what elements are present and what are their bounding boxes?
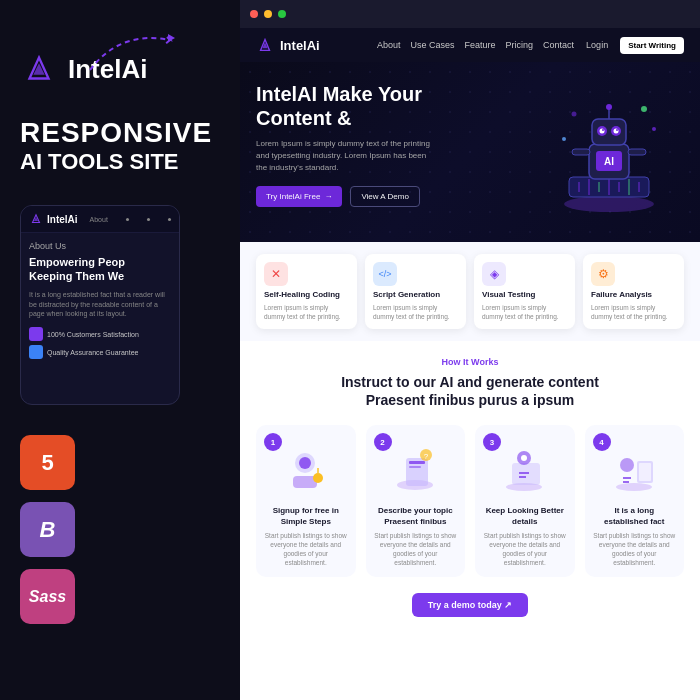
brand-tagline: RESPONSIVE AI TOOLS SITE	[20, 118, 220, 175]
mobile-stat-text-1: 100% Customers Satisfaction	[47, 330, 139, 339]
svg-rect-41	[409, 461, 425, 464]
try-free-button[interactable]: Try IntelAi Free →	[256, 186, 342, 207]
step-title-2: Describe your topic Praesent finibus	[374, 506, 458, 527]
nav-usecases[interactable]: Use Cases	[411, 40, 455, 50]
svg-point-32	[562, 137, 566, 141]
feature-title-3: Visual Testing	[482, 290, 567, 300]
how-it-works-section: How It Works Instruct to our AI and gene…	[240, 341, 700, 634]
svg-text:?: ?	[424, 452, 429, 461]
browser-chrome	[240, 0, 700, 28]
feature-card-4: ⚙ Failure Analysis Lorem ipsum is simply…	[583, 254, 684, 329]
dashed-arrow-icon	[80, 20, 200, 80]
feature-cards: ✕ Self-Healing Coding Lorem ipsum is sim…	[240, 242, 700, 341]
feature-desc-1: Lorem ipsum is simply dummy text of the …	[264, 303, 349, 321]
section-title-line1: Instruct to our AI and generate content	[341, 374, 599, 390]
mobile-nav-about: About	[90, 216, 108, 223]
bootstrap-icon: B	[20, 502, 75, 557]
svg-point-33	[572, 112, 577, 117]
hero-title: IntelAI Make YourContent &	[256, 82, 524, 130]
feature-desc-4: Lorem ipsum is simply dummy text of the …	[591, 303, 676, 321]
nav-contact[interactable]: Contact	[543, 40, 574, 50]
svg-point-54	[620, 458, 634, 472]
step-illustration-2: ?	[385, 443, 445, 498]
mobile-para: It is a long established fact that a rea…	[29, 290, 171, 319]
tech-icons: 5 B Sass	[20, 435, 220, 624]
step-desc-3: Start publish listings to show everyone …	[483, 531, 567, 567]
step-title-4: It is a long established fact	[593, 506, 677, 527]
right-panel: IntelAi About Use Cases Feature Pricing …	[240, 0, 700, 700]
demo-button[interactable]: Try a demo today ↗	[412, 593, 529, 617]
view-demo-label: View A Demo	[361, 192, 408, 201]
nav-links[interactable]: About Use Cases Feature Pricing Contact	[377, 40, 574, 50]
hero-section: IntelAI Make YourContent & Lorem Ipsum i…	[240, 62, 700, 242]
svg-point-51	[616, 483, 652, 491]
browser-dot-red	[250, 10, 258, 18]
browser-dot-green	[278, 10, 286, 18]
website-nav: IntelAi About Use Cases Feature Pricing …	[240, 28, 700, 62]
mobile-about-label: About Us	[29, 241, 171, 251]
feature-icon-1: ✕	[264, 262, 288, 286]
mobile-logo-text: IntelAi	[47, 214, 78, 225]
feature-desc-2: Lorem ipsum is simply dummy text of the …	[373, 303, 458, 321]
html5-icon: 5	[20, 435, 75, 490]
svg-point-27	[606, 104, 612, 110]
feature-title-1: Self-Healing Coding	[264, 290, 349, 300]
step-title-1: Signup for free in Simple Steps	[264, 506, 348, 527]
step-desc-1: Start publish listings to show everyone …	[264, 531, 348, 567]
svg-rect-53	[639, 463, 651, 481]
feature-icon-2: </>	[373, 262, 397, 286]
feature-title-4: Failure Analysis	[591, 290, 676, 300]
steps-grid: 1 Signup for free in Simple Steps Start …	[256, 425, 684, 577]
nav-logo: IntelAi	[256, 36, 320, 54]
hero-title-text: IntelAI Make YourContent &	[256, 83, 422, 129]
svg-rect-19	[592, 119, 626, 145]
hero-buttons: Try IntelAi Free → View A Demo	[256, 186, 524, 207]
mobile-stat-icon-2	[29, 345, 43, 359]
feature-card-2: </> Script Generation Lorem ipsum is sim…	[365, 254, 466, 329]
feature-card-3: ◈ Visual Testing Lorem ipsum is simply d…	[474, 254, 575, 329]
mobile-header: IntelAi About	[21, 206, 179, 233]
step-illustration-3	[495, 443, 555, 498]
feature-desc-3: Lorem ipsum is simply dummy text of the …	[482, 303, 567, 321]
hero-image: AI	[534, 82, 684, 226]
nav-login[interactable]: Login	[586, 40, 608, 50]
svg-point-22	[600, 129, 605, 134]
feature-icon-4: ⚙	[591, 262, 615, 286]
step-illustration-1	[276, 443, 336, 498]
svg-rect-28	[572, 149, 590, 155]
nav-logo-text: IntelAi	[280, 38, 320, 53]
nav-cta[interactable]: Start Writing	[620, 37, 684, 54]
nav-feature[interactable]: Feature	[465, 40, 496, 50]
step-illustration-4	[604, 443, 664, 498]
hero-text: IntelAI Make YourContent & Lorem Ipsum i…	[256, 82, 524, 226]
browser-dot-yellow	[264, 10, 272, 18]
step-number-4: 4	[593, 433, 611, 451]
mobile-stat-text-2: Quality Assurance Guarantee	[47, 348, 138, 357]
view-demo-button[interactable]: View A Demo	[350, 186, 419, 207]
mobile-logo: IntelAi	[29, 212, 78, 226]
arrow-right-icon: →	[324, 192, 332, 201]
svg-point-7	[564, 196, 654, 212]
ai-tools-text: AI TOOLS SITE	[20, 149, 220, 175]
feature-card-1: ✕ Self-Healing Coding Lorem ipsum is sim…	[256, 254, 357, 329]
svg-point-37	[313, 473, 323, 483]
mobile-stat-icon-1	[29, 327, 43, 341]
step-title-3: Keep Looking Better details	[483, 506, 567, 527]
step-desc-2: Start publish listings to show everyone …	[374, 531, 458, 567]
nav-pricing[interactable]: Pricing	[506, 40, 534, 50]
left-panel: IntelAi RESPONSIVE AI TOOLS SITE IntelAi…	[0, 0, 240, 700]
svg-point-35	[299, 457, 311, 469]
step-card-1: 1 Signup for free in Simple Steps Start …	[256, 425, 356, 577]
responsive-text: RESPONSIVE	[20, 118, 220, 149]
mobile-nav-dot2	[147, 218, 150, 221]
svg-rect-42	[409, 466, 421, 468]
svg-rect-46	[512, 463, 540, 485]
svg-point-48	[521, 455, 527, 461]
section-label: How It Works	[256, 357, 684, 367]
svg-point-31	[652, 127, 656, 131]
feature-title-2: Script Generation	[373, 290, 458, 300]
svg-point-25	[616, 129, 618, 131]
nav-about[interactable]: About	[377, 40, 401, 50]
hero-desc: Lorem Ipsum is simply dummy text of the …	[256, 138, 436, 174]
mobile-nav-dot	[126, 218, 129, 221]
